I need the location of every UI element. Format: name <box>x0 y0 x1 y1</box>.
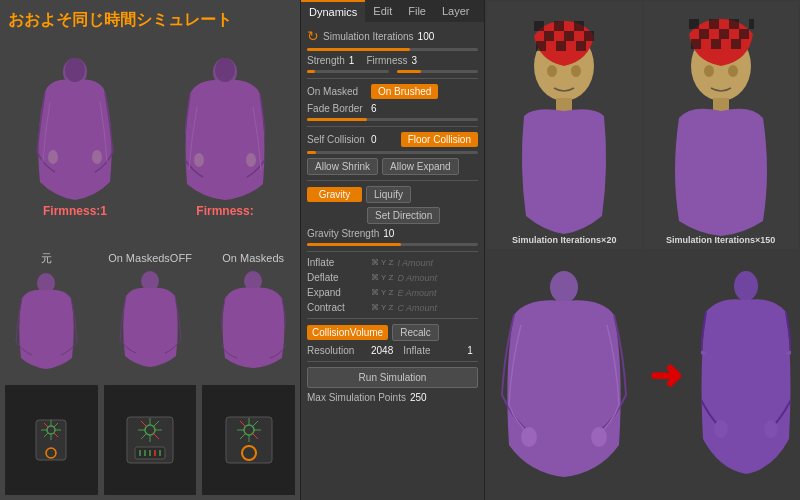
deflate-row: Deflate ⌘ Y Z D Amount <box>307 272 478 283</box>
preview-bottom-left <box>487 251 642 498</box>
svg-rect-74 <box>749 19 754 29</box>
svg-point-2 <box>48 150 58 164</box>
tab-edit[interactable]: Edit <box>365 0 400 22</box>
on-masked-row: On Masked On Brushed <box>307 84 478 99</box>
resolution-value: 2048 <box>371 345 393 356</box>
sim-iterations-slider[interactable] <box>307 48 478 51</box>
svg-rect-79 <box>711 39 721 49</box>
inflate-label: Inflate <box>307 257 367 268</box>
gravity-strength-row: Gravity Strength 10 <box>307 228 478 239</box>
svg-rect-72 <box>709 19 719 29</box>
svg-rect-77 <box>739 29 749 39</box>
figures-bottom: 元 On MaskedsOFF On Maskeds <box>0 245 300 375</box>
svg-rect-80 <box>731 39 741 49</box>
svg-point-86 <box>591 427 607 447</box>
resolution-row: Resolution 2048 Inflate 1 <box>307 345 478 356</box>
self-collision-slider[interactable] <box>307 151 478 154</box>
tab-file[interactable]: File <box>400 0 434 22</box>
deflate-amount[interactable]: D Amount <box>397 273 478 283</box>
allow-expand-button[interactable]: Allow Expand <box>382 158 459 175</box>
svg-rect-65 <box>556 41 566 51</box>
recalc-button[interactable]: Recalc <box>392 324 439 341</box>
svg-point-3 <box>92 150 102 164</box>
max-sim-value: 250 <box>410 392 427 403</box>
inflate-label2: Inflate <box>403 345 463 356</box>
right-panel: Simulation Iterations×20 Simulation Iter… <box>485 0 800 500</box>
figure-left: Firmness:1 <box>35 52 115 218</box>
max-sim-label: Max Simulation Points <box>307 392 406 403</box>
set-direction-button[interactable]: Set Direction <box>367 207 440 224</box>
preview-top-left-label: Simulation Iterations×20 <box>487 235 642 245</box>
contract-amount[interactable]: C Amount <box>397 303 478 313</box>
deflate-label: Deflate <box>307 272 367 283</box>
svg-rect-73 <box>729 19 739 29</box>
figure-bottom-left: 元 <box>14 251 79 370</box>
svg-rect-75 <box>699 29 709 39</box>
allow-shrink-button[interactable]: Allow Shrink <box>307 158 378 175</box>
on-masked-label: On Masked <box>307 86 367 97</box>
fade-border-value: 6 <box>371 103 377 114</box>
firmness-value: 3 <box>412 55 418 66</box>
svg-point-5 <box>215 58 235 82</box>
liquify-button[interactable]: Liquify <box>366 186 411 203</box>
expand-amount[interactable]: E Amount <box>397 288 478 298</box>
svg-point-69 <box>571 65 581 77</box>
figure-left-label: Firmness:1 <box>43 204 107 218</box>
preview-top-right-label: Simulation Iterations×150 <box>644 235 799 245</box>
refresh-icon[interactable]: ↻ <box>307 28 319 44</box>
on-brushed-button[interactable]: On Brushed <box>371 84 438 99</box>
bottom-label-1: On MaskedsOFF <box>108 252 192 264</box>
panel-content: ↻ Simulation Iterations 100 Strength 1 F… <box>301 22 484 413</box>
contract-row: Contract ⌘ Y Z C Amount <box>307 302 478 313</box>
self-collision-label: Self Collision <box>307 134 367 145</box>
preview-bottom-right: ➜ <box>644 251 799 498</box>
gravity-button[interactable]: Gravity <box>307 187 362 202</box>
svg-point-88 <box>714 420 728 438</box>
japanese-title: おおよそ同じ時間シミュレート <box>8 10 232 31</box>
svg-rect-64 <box>536 41 546 51</box>
contract-xyz: ⌘ Y Z <box>371 303 393 312</box>
tool-panel-2 <box>103 384 198 496</box>
tab-bar: Dynamics Edit File Layer Light Macro <box>301 0 484 22</box>
sim-iterations-label: Simulation Iterations <box>323 31 414 42</box>
max-sim-row: Max Simulation Points 250 <box>307 392 478 403</box>
svg-point-83 <box>728 65 738 77</box>
bottom-label-2: On Maskeds <box>222 252 284 264</box>
deflate-xyz: ⌘ Y Z <box>371 273 393 282</box>
svg-rect-78 <box>691 39 701 49</box>
divider-1 <box>307 78 478 79</box>
tool-panel-1 <box>4 384 99 496</box>
inflate-row: Inflate ⌘ Y Z I Amount <box>307 257 478 268</box>
floor-collision-button[interactable]: Floor Collision <box>401 132 478 147</box>
gravity-strength-slider[interactable] <box>307 243 478 246</box>
svg-rect-59 <box>554 21 564 31</box>
svg-rect-60 <box>574 21 584 31</box>
gravity-strength-label: Gravity Strength <box>307 228 379 239</box>
firmness-slider[interactable] <box>397 70 479 73</box>
svg-rect-71 <box>689 19 699 29</box>
divider-3 <box>307 180 478 181</box>
svg-point-84 <box>550 271 578 303</box>
collision-volume-button[interactable]: CollisionVolume <box>307 325 388 340</box>
svg-rect-63 <box>584 31 594 41</box>
strength-slider[interactable] <box>307 70 389 73</box>
divider-6 <box>307 361 478 362</box>
run-simulation-button[interactable]: Run Simulation <box>307 367 478 388</box>
expand-label: Expand <box>307 287 367 298</box>
strength-value: 1 <box>349 55 355 66</box>
middle-panel: Dynamics Edit File Layer Light Macro ↻ S… <box>300 0 485 500</box>
tab-dynamics[interactable]: Dynamics <box>301 0 365 22</box>
inflate-amount[interactable]: I Amount <box>397 258 478 268</box>
divider-5 <box>307 318 478 319</box>
svg-point-89 <box>764 420 778 438</box>
tab-layer[interactable]: Layer <box>434 0 478 22</box>
right-arrow-icon: ➜ <box>644 352 683 398</box>
expand-xyz: ⌘ Y Z <box>371 288 393 297</box>
svg-point-82 <box>704 65 714 77</box>
strength-firmness-row: Strength 1 Firmness 3 <box>307 55 478 66</box>
svg-point-6 <box>194 153 204 167</box>
divider-4 <box>307 251 478 252</box>
self-collision-value: 0 <box>371 134 377 145</box>
fade-border-slider[interactable] <box>307 118 478 121</box>
strength-label: Strength <box>307 55 345 66</box>
